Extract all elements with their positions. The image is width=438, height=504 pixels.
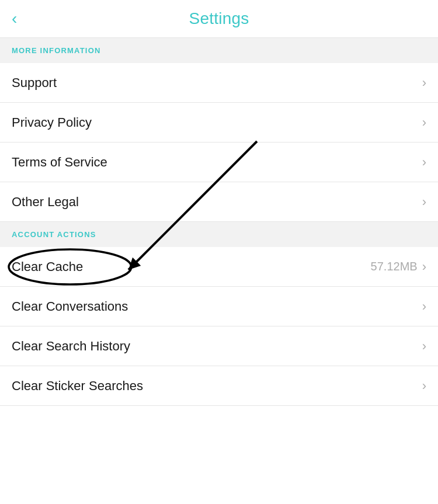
chevron-icon-clear-conversations: › <box>422 299 426 314</box>
menu-item-label-clear-sticker-searches: Clear Sticker Searches <box>12 378 143 394</box>
chevron-icon-other-legal: › <box>422 194 426 210</box>
chevron-icon-support: › <box>422 75 426 91</box>
chevron-icon-privacy-policy: › <box>422 115 426 130</box>
menu-item-clear-search-history[interactable]: Clear Search History› <box>0 326 438 366</box>
section-header-account-actions: ACCOUNT ACTIONS <box>0 222 438 247</box>
menu-item-value-clear-cache: 57.12MB <box>371 260 418 273</box>
menu-item-clear-sticker-searches[interactable]: Clear Sticker Searches› <box>0 366 438 406</box>
menu-item-clear-conversations[interactable]: Clear Conversations› <box>0 287 438 326</box>
menu-item-label-clear-search-history: Clear Search History <box>12 339 130 354</box>
menu-item-label-terms-of-service: Terms of Service <box>12 155 107 170</box>
menu-item-support[interactable]: Support› <box>0 63 438 103</box>
menu-item-label-other-legal: Other Legal <box>12 194 79 210</box>
menu-item-label-clear-conversations: Clear Conversations <box>12 299 128 314</box>
menu-item-terms-of-service[interactable]: Terms of Service› <box>0 142 438 182</box>
menu-item-clear-cache[interactable]: Clear Cache57.12MB› <box>0 247 438 287</box>
app-screen: ‹ Settings MORE INFORMATIONSupport›Priva… <box>0 0 438 406</box>
back-button[interactable]: ‹ <box>12 11 17 27</box>
chevron-icon-clear-search-history: › <box>422 339 426 354</box>
menu-item-label-support: Support <box>12 75 57 91</box>
settings-list: MORE INFORMATIONSupport›Privacy Policy›T… <box>0 38 438 406</box>
chevron-icon-clear-cache: › <box>422 259 426 274</box>
page-title: Settings <box>189 9 249 28</box>
header: ‹ Settings <box>0 0 438 38</box>
section-header-more-information: MORE INFORMATION <box>0 38 438 63</box>
menu-item-other-legal[interactable]: Other Legal› <box>0 182 438 222</box>
chevron-icon-clear-sticker-searches: › <box>422 378 426 394</box>
chevron-icon-terms-of-service: › <box>422 155 426 170</box>
menu-item-privacy-policy[interactable]: Privacy Policy› <box>0 103 438 142</box>
menu-item-label-privacy-policy: Privacy Policy <box>12 115 92 130</box>
menu-item-label-clear-cache: Clear Cache <box>12 259 83 274</box>
